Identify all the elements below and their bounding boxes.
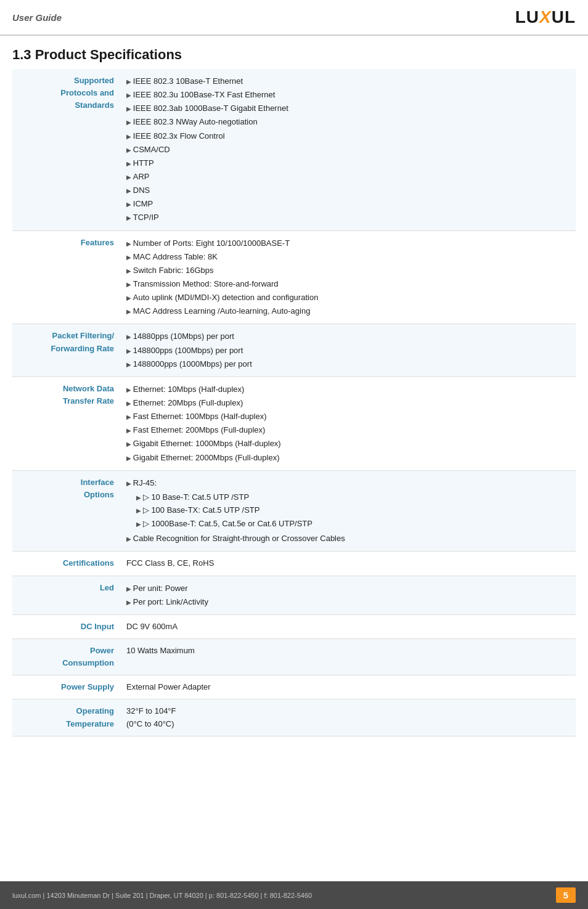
list-item: MAC Address Learning /Auto-learning, Aut… (126, 304, 570, 318)
logo-lu: LU (515, 7, 539, 27)
list-item: Transmission Method: Store-and-forward (126, 277, 570, 291)
user-guide-title: User Guide (12, 12, 62, 23)
table-row: Led Per unit: Power Per port: Link/Activ… (12, 576, 576, 614)
list-item: IEEE 802.3 NWay Auto-negotiation (126, 115, 570, 129)
list-item: 1488000pps (1000Mbps) per port (126, 357, 570, 371)
list-item: 148800pps (100Mbps) per port (126, 344, 570, 357)
page-header: User Guide LUXUL (0, 0, 588, 36)
logo-ul: UL (552, 7, 576, 27)
row-content-power-supply: External Power Adapter (120, 675, 576, 699)
row-label-power-supply: Power Supply (12, 675, 120, 699)
list-item: IEEE 802.3ab 1000Base-T Gigabit Ethernet (126, 102, 570, 115)
list-item: IEEE 802.3 10Base-T Ethernet (126, 75, 570, 88)
list-item: CSMA/CD (126, 143, 570, 157)
row-label-led: Led (12, 576, 120, 614)
table-row: DC Input DC 9V 600mA (12, 614, 576, 638)
table-row: Operating Temperature 32°F to 104°F (0°C… (12, 699, 576, 736)
list-item: Fast Ethernet: 200Mbps (Full-duplex) (126, 423, 570, 437)
list-item: Per unit: Power (126, 582, 570, 595)
row-label-network-data: Network Data Transfer Rate (12, 377, 120, 470)
list-item: RJ-45: ▷ 10 Base-T: Cat.5 UTP /STP ▷ 100… (126, 476, 570, 532)
row-label-dc-input: DC Input (12, 614, 120, 638)
list-item: ▷ 1000Base-T: Cat.5, Cat.5e or Cat.6 UTP… (136, 517, 570, 531)
list-item: Gigabit Ethernet: 1000Mbps (Half-duplex) (126, 437, 570, 450)
list-item: HTTP (126, 157, 570, 170)
table-row: Certifications FCC Class B, CE, RoHS (12, 552, 576, 576)
row-label-interface: Interface Options (12, 470, 120, 552)
list-item: Cable Recognition for Straight-through o… (126, 532, 570, 545)
table-row: Power Supply External Power Adapter (12, 675, 576, 699)
row-label-protocols: Supported Protocols and Standards (12, 69, 120, 230)
table-row: Network Data Transfer Rate Ethernet: 10M… (12, 377, 576, 470)
list-item: Switch Fabric: 16Gbps (126, 264, 570, 277)
list-item: Fast Ethernet: 100Mbps (Half-duplex) (126, 410, 570, 423)
table-row: Interface Options RJ-45: ▷ 10 Base-T: Ca… (12, 470, 576, 552)
row-content-power-consumption: 10 Watts Maximum (120, 639, 576, 675)
list-item: TCP/IP (126, 211, 570, 224)
logo-x: X (539, 7, 552, 27)
list-item: MAC Address Table: 8K (126, 250, 570, 264)
list-item: Ethernet: 20Mbps (Full-duplex) (126, 396, 570, 410)
list-item: Auto uplink (MDI/MDI-X) detection and co… (126, 291, 570, 304)
row-label-features: Features (12, 230, 120, 324)
list-item: Per port: Link/Activity (126, 595, 570, 609)
row-content-interface: RJ-45: ▷ 10 Base-T: Cat.5 UTP /STP ▷ 100… (120, 470, 576, 552)
list-item: ▷ 10 Base-T: Cat.5 UTP /STP (136, 491, 570, 504)
table-row: Features Number of Ports: Eight 10/100/1… (12, 230, 576, 324)
brand-logo: LUXUL (515, 7, 576, 27)
list-item: ▷ 100 Base-TX: Cat.5 UTP /STP (136, 503, 570, 517)
row-label-temperature: Operating Temperature (12, 699, 120, 736)
list-item: DNS (126, 184, 570, 197)
list-item: Ethernet: 10Mbps (Half-duplex) (126, 383, 570, 396)
table-row: Power Consumption 10 Watts Maximum (12, 639, 576, 675)
row-content-dc-input: DC 9V 600mA (120, 614, 576, 638)
page-number: 5 (556, 887, 576, 903)
page-title: 1.3 Product Specifications (12, 47, 576, 63)
list-item: ARP (126, 170, 570, 184)
row-content-network-data: Ethernet: 10Mbps (Half-duplex) Ethernet:… (120, 377, 576, 470)
list-item: ICMP (126, 197, 570, 211)
list-item: IEEE 802.3u 100Base-TX Fast Ethernet (126, 88, 570, 102)
row-content-temperature: 32°F to 104°F (0°C to 40°C) (120, 699, 576, 736)
row-content-features: Number of Ports: Eight 10/100/1000BASE-T… (120, 230, 576, 324)
list-item: IEEE 802.3x Flow Control (126, 129, 570, 143)
row-content-certifications: FCC Class B, CE, RoHS (120, 552, 576, 576)
page-footer: luxul.com | 14203 Minuteman Dr | Suite 2… (0, 881, 588, 909)
footer-contact: luxul.com | 14203 Minuteman Dr | Suite 2… (12, 892, 312, 899)
table-row: Packet Filtering/ Forwarding Rate 14880p… (12, 324, 576, 377)
row-label-power-consumption: Power Consumption (12, 639, 120, 675)
list-item: Number of Ports: Eight 10/100/1000BASE-T (126, 237, 570, 250)
row-content-led: Per unit: Power Per port: Link/Activity (120, 576, 576, 614)
spec-table: Supported Protocols and Standards IEEE 8… (12, 69, 576, 736)
row-content-protocols: IEEE 802.3 10Base-T Ethernet IEEE 802.3u… (120, 69, 576, 230)
table-row: Supported Protocols and Standards IEEE 8… (12, 69, 576, 230)
row-content-packet-filtering: 14880pps (10Mbps) per port 148800pps (10… (120, 324, 576, 377)
list-item: Gigabit Ethernet: 2000Mbps (Full-duplex) (126, 451, 570, 465)
list-item: 14880pps (10Mbps) per port (126, 330, 570, 343)
row-label-certifications: Certifications (12, 552, 120, 576)
row-label-packet-filtering: Packet Filtering/ Forwarding Rate (12, 324, 120, 377)
